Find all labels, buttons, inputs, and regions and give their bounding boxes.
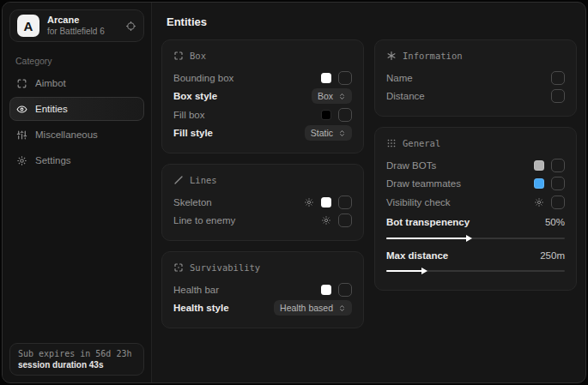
sub-expiry-text: Sub expires in 56d 23h: [18, 349, 136, 358]
information-card: Information Name Distance: [374, 39, 577, 117]
row-label: Health bar: [173, 285, 321, 295]
color-swatch[interactable]: [321, 73, 331, 83]
row-label: Box style: [173, 91, 312, 101]
box-style-dropdown[interactable]: Box: [312, 88, 352, 104]
name-row: Name: [386, 69, 565, 87]
chevron-up-down-icon: [338, 129, 346, 137]
sidebar-item-label: Entities: [35, 104, 68, 114]
bounding-box-row: Bounding box: [173, 69, 352, 87]
chevron-up-down-icon: [338, 93, 346, 100]
row-label: Fill box: [173, 110, 321, 120]
lines-card: Lines Skeleton Line to enemy: [161, 164, 364, 241]
row-label: Fill style: [173, 128, 305, 138]
asterisk-icon: [386, 51, 397, 61]
sidebar-item-entities[interactable]: Entities: [9, 97, 144, 121]
box-card: Box Bounding box Box style Box: [161, 39, 364, 153]
bot-transparency-slider[interactable]: [386, 234, 565, 242]
visibility-settings-gear-icon[interactable]: [534, 197, 544, 208]
skeleton-settings-gear-icon[interactable]: [304, 197, 314, 208]
card-title: General: [403, 138, 440, 148]
session-duration-text: session duration 43s: [18, 360, 136, 370]
color-swatch[interactable]: [534, 178, 544, 189]
card-title: Survivability: [190, 262, 260, 273]
grid-dots-icon: [386, 138, 397, 148]
fill-style-dropdown[interactable]: Static: [305, 125, 352, 141]
visibility-check-row: Visibility check: [386, 193, 565, 212]
color-swatch[interactable]: [534, 160, 544, 171]
general-card: General Draw BOTs Draw teammates: [374, 127, 577, 291]
sidebar: A Arcane for Battlefield 6 Category Aimb…: [3, 3, 152, 382]
color-swatch[interactable]: [321, 110, 331, 120]
visibility-check-checkbox[interactable]: [551, 196, 565, 209]
sidebar-nav: Aimbot Entities Miscellaneous: [9, 71, 144, 172]
survivability-card: Survivability Health bar Health style: [161, 251, 364, 328]
name-checkbox[interactable]: [551, 71, 565, 85]
max-distance-group: Max distance 250m: [386, 246, 565, 275]
gear-icon: [16, 155, 27, 166]
sliders-icon: [16, 129, 27, 141]
crosshair-icon: [16, 78, 27, 89]
app-window: A Arcane for Battlefield 6 Category Aimb…: [2, 2, 586, 383]
line-to-enemy-settings-gear-icon[interactable]: [321, 215, 331, 226]
row-label: Visibility check: [386, 197, 534, 208]
box-style-row: Box style Box: [173, 87, 352, 106]
sidebar-item-label: Miscellaneous: [35, 129, 98, 140]
sidebar-item-aimbot[interactable]: Aimbot: [9, 71, 144, 95]
color-swatch[interactable]: [321, 197, 331, 208]
sidebar-item-settings[interactable]: Settings: [9, 148, 144, 172]
unload-crosshair-icon[interactable]: [125, 21, 136, 32]
row-label: Line to enemy: [173, 215, 321, 226]
draw-bots-row: Draw BOTs: [386, 156, 565, 175]
row-label: Name: [386, 73, 551, 83]
page-title: Entities: [167, 15, 577, 28]
fill-box-checkbox[interactable]: [338, 108, 352, 122]
health-bar-checkbox[interactable]: [338, 283, 352, 297]
row-label: Distance: [386, 91, 551, 101]
health-bar-row: Health bar: [173, 280, 352, 299]
card-title: Information: [403, 51, 463, 61]
main-panel: Entities Box Bounding box: [152, 3, 586, 382]
row-label: Bot transpenency: [386, 217, 545, 227]
max-distance-value: 250m: [540, 250, 565, 261]
health-brackets-icon: [173, 262, 184, 273]
draw-teammates-row: Draw teammates: [386, 175, 565, 194]
max-distance-slider[interactable]: [386, 268, 565, 275]
row-label: Draw teammates: [386, 178, 534, 189]
bot-transparency-group: Bot transpenency 50%: [386, 214, 565, 243]
draw-teammates-checkbox[interactable]: [551, 177, 565, 190]
category-label: Category: [15, 56, 144, 66]
bot-transparency-value: 50%: [545, 217, 565, 227]
color-swatch[interactable]: [321, 285, 331, 295]
row-label: Bounding box: [173, 73, 321, 83]
health-style-dropdown[interactable]: Health based: [274, 300, 352, 316]
distance-checkbox[interactable]: [551, 89, 565, 103]
row-label: Health style: [173, 303, 274, 313]
app-subtitle: for Battlefield 6: [47, 27, 118, 38]
card-title: Lines: [190, 175, 217, 185]
subscription-info-card: Sub expires in 56d 23h session duration …: [9, 343, 144, 376]
card-title: Box: [190, 51, 206, 61]
line-to-enemy-checkbox[interactable]: [338, 214, 352, 227]
draw-bots-checkbox[interactable]: [551, 159, 565, 172]
slider-handle[interactable]: [421, 268, 427, 274]
diagonal-line-icon: [173, 175, 184, 185]
skeleton-checkbox[interactable]: [338, 196, 352, 209]
line-to-enemy-row: Line to enemy: [173, 212, 352, 231]
bounding-box-checkbox[interactable]: [338, 71, 352, 85]
health-style-row: Health style Health based: [173, 299, 352, 318]
scan-brackets-icon: [173, 51, 184, 61]
sidebar-item-label: Aimbot: [35, 78, 66, 88]
row-label: Draw BOTs: [386, 160, 534, 171]
sidebar-item-label: Settings: [35, 155, 71, 165]
row-label: Max distance: [386, 250, 540, 261]
app-name: Arcane: [47, 15, 118, 27]
sidebar-item-miscellaneous[interactable]: Miscellaneous: [9, 123, 144, 147]
fill-box-row: Fill box: [173, 105, 352, 124]
app-logo: A: [17, 15, 39, 37]
fill-style-row: Fill style Static: [173, 124, 352, 143]
distance-row: Distance: [386, 87, 565, 106]
chevron-up-down-icon: [338, 304, 346, 312]
slider-handle[interactable]: [466, 235, 472, 242]
eye-icon: [16, 104, 27, 115]
app-logo-card: A Arcane for Battlefield 6: [9, 9, 144, 42]
